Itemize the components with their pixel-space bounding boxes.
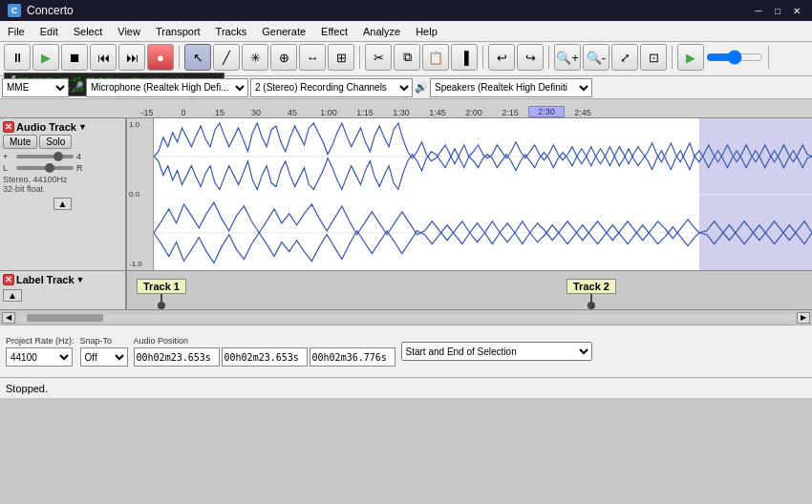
- label-track2[interactable]: Track 2: [566, 279, 616, 294]
- paste-button[interactable]: 📋: [422, 44, 449, 71]
- label-track-close-button[interactable]: ✕: [3, 274, 14, 285]
- gain-slider-thumb[interactable]: [53, 152, 63, 161]
- menu-edit[interactable]: Edit: [32, 21, 66, 41]
- project-rate-select[interactable]: 44100: [6, 347, 73, 367]
- gain-value: 4: [76, 152, 81, 161]
- copy-button[interactable]: ⧉: [394, 44, 420, 71]
- gain-control: + 4 L R: [3, 152, 122, 173]
- ruler-mark: 1:45: [419, 108, 456, 117]
- duration-time-input[interactable]: [310, 347, 395, 367]
- stop-button[interactable]: ⏹: [61, 44, 88, 71]
- skip-end-button[interactable]: ⏭: [118, 44, 145, 71]
- undo-button[interactable]: ↩: [488, 44, 515, 71]
- multi-tool-button[interactable]: ⊞: [328, 44, 354, 71]
- label-track-expand-button[interactable]: ▲: [3, 289, 22, 302]
- menu-help[interactable]: Help: [408, 21, 445, 41]
- speaker-select[interactable]: Speakers (Realtek High Definiti: [430, 78, 592, 97]
- snap-to-group: Snap-To Off: [80, 336, 128, 367]
- track-info-stereo: Stereo, 44100Hz: [3, 175, 122, 184]
- zoom-sel-button[interactable]: ⊡: [640, 44, 667, 71]
- mute-button[interactable]: Mute: [3, 135, 37, 149]
- menu-tracks[interactable]: Tracks: [208, 21, 255, 41]
- audio-position-group: Audio Position: [134, 336, 395, 367]
- label-track-row: ✕ Label Track ▼ ▲ Track 1 Track 2: [0, 271, 812, 309]
- transport-toolbar: ⏸ ▶ ⏹ ⏮ ⏭ ● ↖ ╱ ✳ ⊕ ↔ ⊞ ✂ ⧉ 📋 ▐ ↩ ↪ 🔍+ 🔍…: [0, 42, 812, 76]
- pause-button[interactable]: ⏸: [4, 44, 31, 71]
- snap-to-select[interactable]: Off: [80, 347, 128, 367]
- scrollbar-thumb[interactable]: [27, 314, 103, 322]
- menu-view[interactable]: View: [110, 21, 148, 41]
- ruler-mark: 1:00: [310, 108, 347, 117]
- ruler-mark: 15: [202, 108, 238, 117]
- driver-select[interactable]: MME: [2, 78, 69, 97]
- redo-button[interactable]: ↪: [517, 44, 544, 71]
- fit-button[interactable]: ⤢: [611, 44, 638, 71]
- channels-select[interactable]: 2 (Stereo) Recording Channels: [250, 78, 413, 97]
- track-collapse-button[interactable]: ▲: [53, 198, 73, 210]
- draw-tool-button[interactable]: ✳: [242, 44, 268, 71]
- track-close-button[interactable]: ✕: [3, 121, 14, 133]
- zoom-out-button[interactable]: 🔍-: [583, 44, 609, 71]
- track-close-row: ✕ Audio Track ▼: [3, 121, 122, 133]
- status-bar: Stopped.: [0, 377, 812, 398]
- separator5: [672, 46, 673, 69]
- audio-position-label: Audio Position: [134, 336, 395, 346]
- menu-generate[interactable]: Generate: [254, 21, 313, 41]
- mute-solo-controls: Mute Solo: [3, 135, 122, 149]
- pan-slider-track: [16, 166, 74, 170]
- envelope-tool-button[interactable]: ╱: [213, 44, 240, 71]
- microphone-select[interactable]: Microphone (Realtek High Defi...: [86, 78, 248, 97]
- zoom-tool-button[interactable]: ⊕: [270, 44, 297, 71]
- speed-slider[interactable]: [706, 50, 763, 65]
- ruler-mark: 1:30: [383, 108, 419, 117]
- menu-effect[interactable]: Effect: [313, 21, 355, 41]
- play-button[interactable]: ▶: [32, 44, 59, 71]
- timeshift-tool-button[interactable]: ↔: [299, 44, 326, 71]
- scrollbar-track[interactable]: [17, 314, 795, 322]
- gain-slider-track: [16, 155, 74, 158]
- ruler-mark-current: 2:30: [528, 106, 565, 117]
- separator2: [359, 46, 360, 69]
- close-button[interactable]: ✕: [789, 3, 804, 18]
- zoom-in-button[interactable]: 🔍+: [554, 44, 581, 71]
- scroll-right-button[interactable]: ▶: [797, 312, 810, 324]
- audio-track-waveform[interactable]: 1.0 0.0 -1.0: [127, 118, 812, 270]
- menu-transport[interactable]: Transport: [148, 21, 208, 41]
- cut-button[interactable]: ✂: [365, 44, 392, 71]
- track-expand-controls: ▲: [3, 198, 122, 210]
- tracks-area: ✕ Audio Track ▼ Mute Solo + 4 L: [0, 118, 812, 309]
- separator: [179, 46, 180, 69]
- menu-select[interactable]: Select: [66, 21, 111, 41]
- skip-start-button[interactable]: ⏮: [90, 44, 117, 71]
- audio-track-name: Audio Track: [16, 121, 76, 133]
- window-controls: ─ □ ✕: [751, 3, 804, 18]
- trim-button[interactable]: ▐: [451, 44, 478, 71]
- waveform-inner: [154, 118, 812, 195]
- separator6: [768, 46, 769, 69]
- solo-button[interactable]: Solo: [39, 135, 72, 149]
- minimize-button[interactable]: ─: [751, 3, 766, 18]
- select-tool-button[interactable]: ↖: [184, 44, 211, 71]
- label-track-dropdown[interactable]: ▼: [76, 275, 85, 284]
- ruler-mark: 45: [274, 108, 310, 117]
- menu-analyze[interactable]: Analyze: [355, 21, 408, 41]
- audio-track-row: ✕ Audio Track ▼ Mute Solo + 4 L: [0, 118, 812, 271]
- start-time-input[interactable]: [134, 347, 220, 367]
- pan-label-l: L: [3, 163, 16, 173]
- y-1.0-bot: -1.0: [129, 260, 151, 268]
- play-at-speed-button[interactable]: ▶: [677, 44, 704, 71]
- ruler-mark: 2:00: [456, 108, 492, 117]
- record-button[interactable]: ●: [147, 44, 174, 71]
- scroll-left-button[interactable]: ◀: [2, 312, 15, 324]
- label-track-panel: ✕ Label Track ▼ ▲: [0, 271, 127, 309]
- menu-file[interactable]: File: [0, 21, 32, 41]
- end-time-input[interactable]: [222, 347, 308, 367]
- selection-mode-select[interactable]: Start and End of Selection: [401, 342, 592, 361]
- separator3: [482, 46, 483, 69]
- label-track1[interactable]: Track 1: [137, 279, 186, 294]
- ruler-mark: 1:15: [347, 108, 383, 117]
- maximize-button[interactable]: □: [770, 3, 785, 18]
- pan-slider-thumb[interactable]: [45, 163, 54, 173]
- y-axis: 1.0 0.0 -1.0: [127, 118, 154, 270]
- track-dropdown-arrow[interactable]: ▼: [78, 122, 87, 132]
